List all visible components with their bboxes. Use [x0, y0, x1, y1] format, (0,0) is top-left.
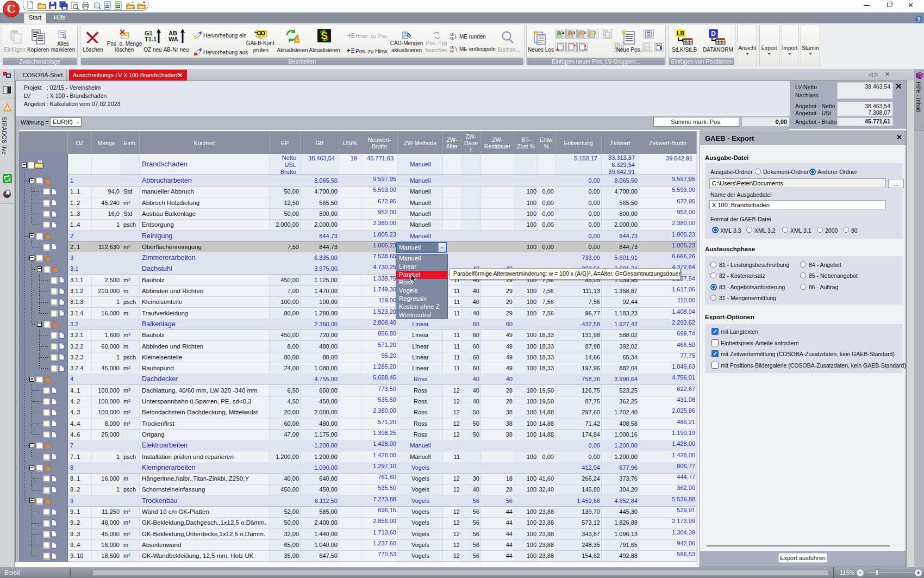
svg-text:45: 45 — [449, 37, 454, 40]
svg-text:4Ɣ: 4Ɣ — [449, 50, 454, 53]
svg-text:LB: LB — [677, 30, 685, 36]
svg-text:4: 4 — [562, 30, 565, 35]
svg-text:3: 3 — [573, 30, 576, 35]
svg-text:2: 2 — [584, 30, 586, 35]
svg-text:1: 1 — [595, 30, 597, 35]
svg-text:D: D — [711, 30, 716, 38]
